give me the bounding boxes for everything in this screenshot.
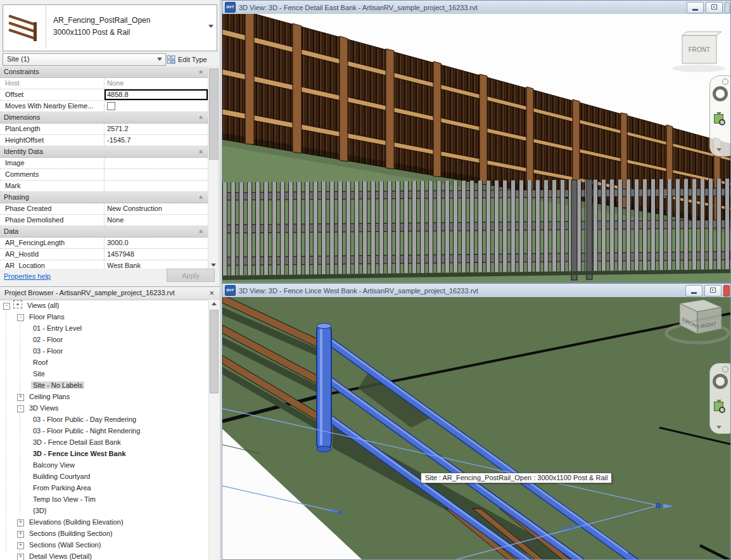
- navbar-close-icon[interactable]: [722, 79, 728, 85]
- type-selector[interactable]: AR_Fencing_PostRail_Open 3000x1100 Post …: [3, 4, 217, 51]
- view-window-fence-detail-east-bank: RVT 3D View: 3D - Fence Detail East Bank…: [222, 0, 731, 283]
- minimize-button[interactable]: [685, 285, 702, 296]
- prop-section-dimensions[interactable]: Dimensions«: [0, 112, 208, 124]
- expand-icon[interactable]: +: [17, 531, 24, 538]
- tree-item-3d-fence-lince-west-bank[interactable]: 3D - Fence Lince West Bank: [0, 448, 209, 459]
- expand-icon[interactable]: +: [17, 554, 24, 560]
- property-value-ar-fencinglength[interactable]: 3000.0: [104, 238, 208, 248]
- properties-scrollbar[interactable]: [208, 67, 219, 269]
- scrollbar-thumb[interactable]: [210, 310, 219, 393]
- tree-item-3d-fence-detail-east-bank[interactable]: 3D - Fence Detail East Bank: [0, 436, 209, 448]
- property-row-ar-hostid: AR_HostId1457948: [0, 249, 208, 260]
- scrollbar-thumb[interactable]: [209, 68, 219, 160]
- tree-item-02-floor[interactable]: 02 - Floor: [0, 334, 209, 345]
- property-value-comments[interactable]: [104, 169, 208, 180]
- tree-item-3d[interactable]: {3D}: [0, 505, 209, 516]
- tree-item-label: 03 - Floor: [31, 347, 65, 355]
- properties-help-link[interactable]: Properties help: [4, 272, 51, 280]
- property-value-mark[interactable]: [104, 181, 208, 191]
- project-browser-scrollbar[interactable]: [208, 300, 219, 560]
- tree-item-label: 03 - Floor Public - Night Rendering: [31, 427, 142, 435]
- property-value-planlength[interactable]: 2571.2: [104, 124, 208, 134]
- steering-wheel-icon[interactable]: [713, 374, 728, 389]
- tree-item-floor-plans[interactable]: -Floor Plans: [0, 311, 209, 322]
- property-value-ar-hostid[interactable]: 1457948: [104, 249, 208, 260]
- tree-item-roof[interactable]: Roof: [0, 357, 209, 368]
- zoom-tool-icon[interactable]: [714, 402, 723, 411]
- property-value-phase-created[interactable]: New Construction: [104, 203, 208, 214]
- zoom-tool-icon[interactable]: [714, 114, 723, 124]
- 3d-canvas-east-bank[interactable]: FRONT: [222, 14, 730, 283]
- collapse-chevron-icon[interactable]: «: [196, 191, 207, 205]
- collapse-chevron-icon[interactable]: «: [196, 65, 207, 79]
- restore-button[interactable]: [704, 285, 721, 296]
- steering-wheel-icon[interactable]: [713, 86, 728, 101]
- collapse-chevron-icon[interactable]: «: [196, 111, 207, 125]
- viewcube-front-face[interactable]: FRONT: [689, 46, 710, 53]
- navbar-expand-icon[interactable]: [716, 420, 721, 431]
- property-value-phase-demolished[interactable]: None: [104, 215, 208, 226]
- edit-type-button[interactable]: Edit Type: [167, 53, 216, 66]
- property-row-comments: Comments: [0, 169, 208, 181]
- close-icon[interactable]: ×: [209, 288, 214, 299]
- scrollbar-up-icon[interactable]: [212, 302, 217, 305]
- edit-type-label: Edit Type: [178, 56, 207, 63]
- restore-button[interactable]: [706, 2, 723, 13]
- tree-item-03-floor-public-day-rendering[interactable]: 03 - Floor Public - Day Rendering: [0, 414, 209, 425]
- navbar-close-icon[interactable]: [722, 366, 728, 372]
- tree-item-temp-iso-view-tim[interactable]: Temp Iso View - Tim: [0, 493, 209, 505]
- tree-item-03-floor[interactable]: 03 - Floor: [0, 345, 209, 357]
- tree-item-site[interactable]: Site: [0, 368, 209, 379]
- property-row-phase-demolished: Phase DemolishedNone: [0, 215, 208, 226]
- property-value-offset[interactable]: 4858.8: [104, 89, 208, 100]
- property-label: PlanLength: [0, 124, 104, 134]
- tree-item-label: Balcony View: [31, 461, 77, 469]
- collapse-chevron-icon[interactable]: «: [196, 225, 207, 239]
- property-value-image[interactable]: [104, 158, 208, 169]
- selection-filter-combo[interactable]: Site (1): [3, 53, 166, 66]
- collapse-icon[interactable]: -: [17, 314, 24, 321]
- prop-section-data[interactable]: Data«: [0, 226, 208, 238]
- view-title-bar[interactable]: RVT 3D View: 3D - Fence Lince West Bank …: [222, 284, 730, 298]
- navigation-bar[interactable]: [709, 363, 730, 434]
- 3d-canvas-west-bank[interactable]: 2996.5 FRONT RIGHT: [222, 297, 730, 559]
- close-button[interactable]: [723, 285, 730, 296]
- property-value-heightoffset[interactable]: -1545.7: [104, 135, 208, 146]
- tree-item-sections-building-section[interactable]: +Sections (Building Section): [0, 528, 209, 539]
- collapse-icon[interactable]: -: [3, 303, 10, 310]
- tree-item-01-entry-level[interactable]: 01 - Entry Level: [0, 322, 209, 334]
- navbar-expand-icon[interactable]: [716, 143, 721, 154]
- tree-item-label: 03 - Floor Public - Day Rendering: [31, 416, 138, 423]
- view-title-bar[interactable]: RVT 3D View: 3D - Fence Detail East Bank…: [222, 1, 730, 15]
- tree-item-elevations-building-elevation[interactable]: +Elevations (Building Elevation): [0, 516, 209, 528]
- property-value-moves-with-nearby-eleme[interactable]: [104, 101, 208, 111]
- expand-icon[interactable]: +: [17, 542, 24, 549]
- checkbox[interactable]: [107, 102, 115, 110]
- expand-icon[interactable]: +: [17, 519, 24, 526]
- scrollbar-down-icon[interactable]: [211, 264, 216, 267]
- collapse-icon[interactable]: -: [17, 405, 24, 412]
- property-value-host[interactable]: None: [104, 78, 208, 89]
- tree-item-balcony-view[interactable]: Balcony View: [0, 459, 209, 471]
- tree-item-site-no-labels[interactable]: Site - No Labels: [0, 379, 209, 391]
- tree-item-sections-wall-section[interactable]: +Sections (Wall Section): [0, 539, 209, 550]
- tree-item-3d-views[interactable]: -3D Views: [0, 402, 209, 414]
- type-selector-dropdown-icon[interactable]: [208, 25, 213, 28]
- prop-section-constraints[interactable]: Constraints«: [0, 67, 208, 78]
- navigation-bar[interactable]: [709, 75, 730, 156]
- expand-icon[interactable]: +: [17, 394, 24, 401]
- tree-item-views-all[interactable]: -Views (all): [0, 300, 209, 311]
- tree-item-03-floor-public-night-rendering[interactable]: 03 - Floor Public - Night Rendering: [0, 425, 209, 436]
- tree-item-from-parking-area[interactable]: From Parking Area: [0, 482, 209, 493]
- prop-section-phasing[interactable]: Phasing«: [0, 192, 208, 203]
- collapse-chevron-icon[interactable]: «: [196, 145, 207, 159]
- minimize-button[interactable]: [687, 2, 704, 13]
- tree-item-ceiling-plans[interactable]: +Ceiling Plans: [0, 391, 209, 402]
- tree-item-detail-views-detail[interactable]: +Detail Views (Detail): [0, 550, 209, 560]
- revit-app: AR_Fencing_PostRail_Open 3000x1100 Post …: [0, 0, 731, 560]
- tree-item-label: 3D Views: [27, 404, 60, 412]
- apply-button[interactable]: Apply: [167, 269, 215, 282]
- close-button[interactable]: [725, 2, 730, 13]
- prop-section-identity-data[interactable]: Identity Data«: [0, 146, 208, 158]
- tree-item-building-courtyard[interactable]: Building Courtyard: [0, 471, 209, 482]
